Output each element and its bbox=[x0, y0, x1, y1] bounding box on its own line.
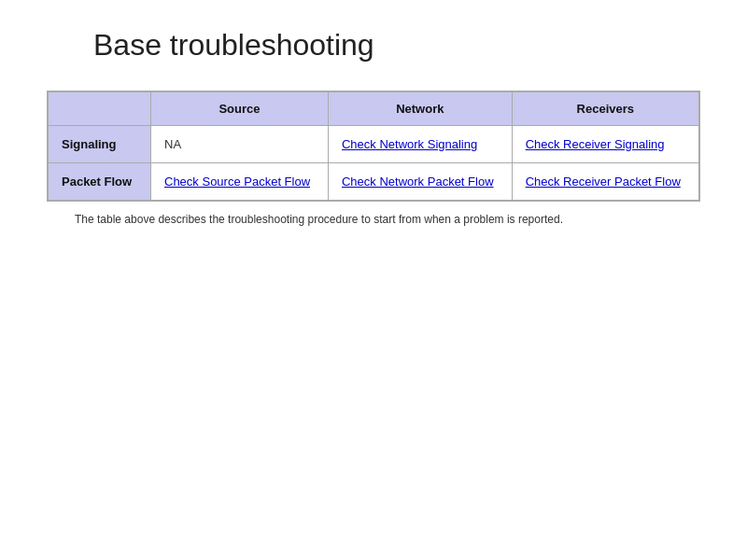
packet-flow-source-cell: Check Source Packet Flow bbox=[151, 163, 329, 201]
signaling-network-cell: Check Network Signaling bbox=[328, 126, 512, 163]
packet-flow-network-cell: Check Network Packet Flow bbox=[328, 163, 512, 201]
check-receiver-packet-flow-link[interactable]: Check Receiver Packet Flow bbox=[526, 175, 681, 189]
col-header-network: Network bbox=[328, 92, 512, 126]
page-title: Base troubleshooting bbox=[93, 28, 374, 63]
row-label-packet-flow: Packet Flow bbox=[49, 163, 151, 201]
col-header-empty bbox=[49, 92, 151, 126]
table-header-row: Source Network Receivers bbox=[49, 92, 699, 126]
table-row: Signaling NA Check Network Signaling Che… bbox=[49, 126, 699, 163]
troubleshooting-table-wrapper: Source Network Receivers Signaling NA Ch… bbox=[47, 91, 700, 202]
col-header-source: Source bbox=[151, 92, 329, 126]
check-receiver-signaling-link[interactable]: Check Receiver Signaling bbox=[526, 137, 665, 151]
page-container: Base troubleshooting Source Network Rece… bbox=[0, 0, 747, 560]
table-row: Packet Flow Check Source Packet Flow Che… bbox=[49, 163, 699, 201]
signaling-receivers-cell: Check Receiver Signaling bbox=[512, 126, 698, 163]
row-label-signaling: Signaling bbox=[49, 126, 151, 163]
col-header-receivers: Receivers bbox=[512, 92, 698, 126]
check-source-packet-flow-link[interactable]: Check Source Packet Flow bbox=[164, 175, 310, 189]
packet-flow-receivers-cell: Check Receiver Packet Flow bbox=[512, 163, 698, 201]
check-network-packet-flow-link[interactable]: Check Network Packet Flow bbox=[342, 175, 494, 189]
footer-text: The table above describes the troublesho… bbox=[75, 213, 563, 226]
troubleshooting-table: Source Network Receivers Signaling NA Ch… bbox=[48, 91, 699, 201]
signaling-source-cell: NA bbox=[151, 126, 329, 163]
check-network-signaling-link[interactable]: Check Network Signaling bbox=[342, 137, 477, 151]
